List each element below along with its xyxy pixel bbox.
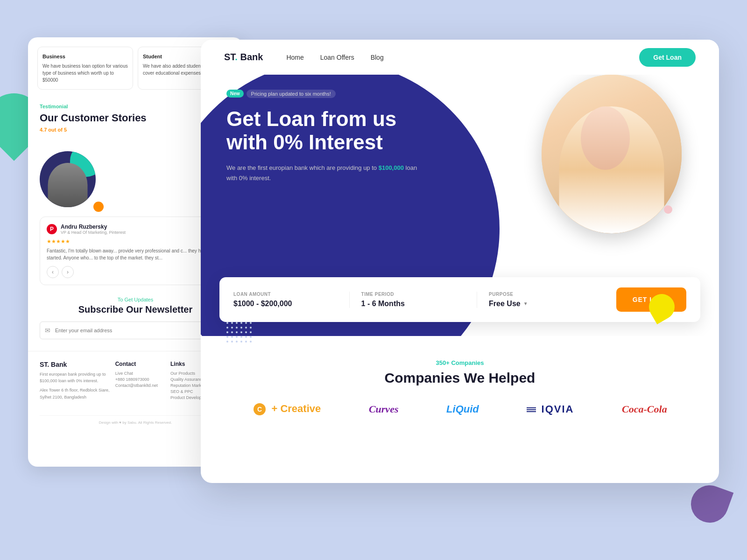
reviewer-role: VP & Head Of Marketing, Pinterest	[61, 230, 126, 235]
reviewer-name: Andru Ruzbersky	[61, 224, 126, 230]
review-text: Fantastic, I'm totally blown away... pro…	[47, 247, 224, 261]
review-nav-arrows: ‹ ›	[47, 266, 224, 278]
hero-image-area	[532, 75, 691, 252]
bg-shape-purple	[686, 480, 734, 528]
next-arrow[interactable]: ›	[62, 266, 74, 278]
avatar-image	[48, 163, 88, 207]
svg-rect-3	[527, 409, 536, 410]
nav-link-loan-offers[interactable]: Loan Offers	[320, 54, 354, 61]
companies-title: Companies We Helped	[229, 370, 691, 386]
hero-description: We are the first europian bank which are…	[226, 163, 423, 183]
footer-brand-col: ST. Bank First european bank providing u…	[40, 361, 111, 401]
hero-desc-line1: We are the first europian bank which are…	[226, 164, 377, 171]
main-card: ST. Bank Home Loan Offers Blog Get Loan …	[201, 40, 719, 483]
hero-section: New Pricing plan updated to six months! …	[201, 75, 719, 336]
loan-form-bar: LOAN AMOUNT $1000 - $200,000 TIME PERIOD…	[219, 277, 700, 322]
logo-iqvia: IQVIA	[527, 403, 574, 415]
nav-link-home[interactable]: Home	[286, 54, 303, 61]
avatar-circle	[40, 151, 96, 207]
purpose-dropdown-arrow: ▼	[523, 301, 528, 306]
footer-contact-phone: +880 1880973000	[115, 377, 166, 382]
purpose-field: PURPOSE Free Use ▼	[489, 292, 605, 308]
hero-highlight: $100,000	[379, 164, 404, 171]
footer-contact-email[interactable]: Contact@stbankltd.net	[115, 383, 166, 388]
hero-title: Get Loan from us with 0% Interest	[226, 107, 423, 154]
badge-new-label: New	[226, 90, 244, 98]
footer-brand-name: ST. Bank	[40, 361, 111, 368]
navbar: ST. Bank Home Loan Offers Blog Get Loan	[201, 40, 719, 75]
pinterest-icon: P	[47, 224, 57, 234]
review-header: P Andru Ruzbersky VP & Head Of Marketing…	[47, 224, 224, 235]
purpose-value: Free Use	[489, 300, 521, 308]
time-period-value: 1 - 6 Months	[361, 300, 465, 308]
badge-text: Pricing plan updated to six months!	[247, 90, 336, 98]
navbar-get-loan-button[interactable]: Get Loan	[639, 48, 696, 67]
companies-logos: C + Creative Curves LiQuid IQVIA Coca-Co…	[229, 402, 691, 416]
orange-dot-decoration	[93, 202, 104, 212]
svg-rect-2	[527, 407, 536, 408]
loan-amount-label: LOAN AMOUNT	[233, 292, 338, 297]
email-input[interactable]	[55, 323, 214, 338]
logo-curves: Curves	[369, 403, 399, 415]
svg-text:C: C	[257, 406, 262, 413]
nav-links: Home Loan Offers Blog	[286, 54, 639, 61]
business-loan-card: Business We have business loan option fo…	[37, 47, 133, 90]
time-period-label: TIME PERIOD	[361, 292, 465, 297]
hero-small-dot	[664, 205, 672, 214]
reviewer-stars: ★★★★★	[47, 238, 224, 245]
business-loan-desc: We have business loan option for various…	[42, 63, 128, 84]
svg-rect-4	[527, 411, 536, 412]
footer-contact-title: Contact	[115, 361, 166, 367]
companies-label: 350+ Companies	[229, 359, 691, 366]
business-loan-title: Business	[42, 53, 128, 61]
footer-contact-livechat[interactable]: Live Chat	[115, 371, 166, 376]
footer-brand-desc: First european bank providing up to $100…	[40, 371, 111, 385]
hero-content: New Pricing plan updated to six months! …	[226, 89, 423, 186]
logo-liquid: LiQuid	[446, 403, 479, 415]
purpose-select[interactable]: Free Use ▼	[489, 300, 593, 308]
hero-badge: New Pricing plan updated to six months!	[226, 90, 336, 98]
reviewer-info: Andru Ruzbersky VP & Head Of Marketing, …	[61, 224, 126, 235]
logo-creative: C + Creative	[253, 402, 321, 416]
hero-photo-inner	[542, 75, 682, 233]
companies-section: 350+ Companies Companies We Helped C + C…	[201, 336, 719, 416]
hero-photo-frame	[542, 75, 682, 233]
footer-address: Alex Tower 6 th floor, Redblock Siare, S…	[40, 387, 111, 400]
prev-arrow[interactable]: ‹	[47, 266, 59, 278]
loan-amount-value: $1000 - $200,000	[233, 300, 338, 308]
footer-contact-col: Contact Live Chat +880 1880973000 Contac…	[115, 361, 166, 401]
nav-link-blog[interactable]: Blog	[371, 54, 384, 61]
logo-cocacola: Coca-Cola	[622, 403, 667, 415]
email-icon: ✉	[40, 322, 55, 339]
purpose-label: PURPOSE	[489, 292, 593, 297]
loan-amount-field: LOAN AMOUNT $1000 - $200,000	[233, 292, 350, 308]
time-period-field: TIME PERIOD 1 - 6 Months	[361, 292, 478, 308]
brand-logo: ST. Bank	[224, 52, 263, 63]
